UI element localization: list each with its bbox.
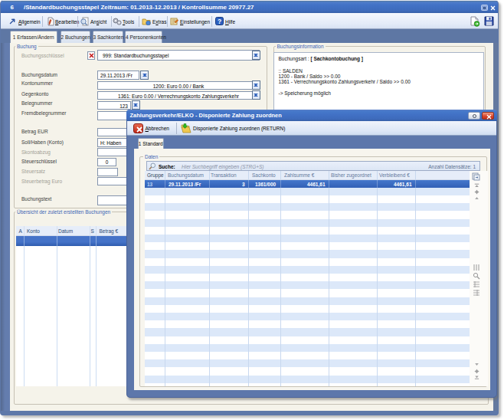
- svg-text:?: ?: [218, 18, 221, 25]
